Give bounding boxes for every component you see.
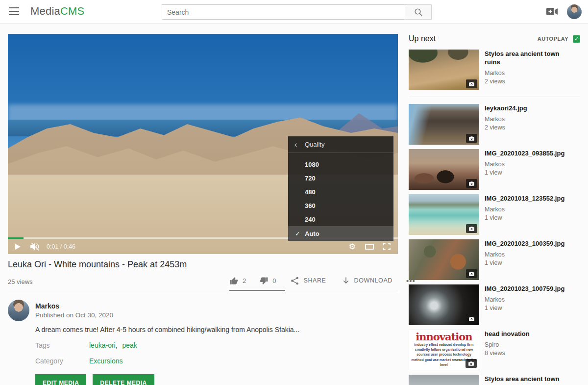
tags-row: Tagsleuka-ori, peak <box>35 341 137 349</box>
quality-option-label: 480 <box>305 188 316 196</box>
media-item-views: 2 views <box>485 78 575 85</box>
tag-link-2[interactable]: peak <box>122 341 137 349</box>
media-thumbnail[interactable] <box>409 375 479 385</box>
autoplay-checkbox[interactable]: ✓ <box>573 35 580 43</box>
media-info: Stylos area ancient town ruins Markos <box>479 375 575 385</box>
actions-bar: 2 0 SHARE DOWNLOAD ••• <box>229 274 398 287</box>
media-thumbnail[interactable] <box>409 149 479 190</box>
media-info: IMG_20201023_100759.jpg Markos 1 view <box>479 284 564 325</box>
autoplay-control: AUTOPLAY ✓ <box>538 35 580 43</box>
category-row: CategoryExcursions <box>35 357 122 365</box>
search-input[interactable] <box>162 4 405 20</box>
quality-menu-list: ✓ 1080 ✓ 720 ✓ 480 ✓ 360 ✓ 240 ✓ Auto <box>288 153 393 241</box>
quality-option[interactable]: ✓ Auto <box>288 226 393 241</box>
media-item-views: 8 views <box>485 350 530 357</box>
author-avatar[interactable] <box>8 300 29 321</box>
page: MediaCMS ‹ Quality ✓ 1080 <box>0 0 588 385</box>
quality-option[interactable]: ✓ 360 <box>288 199 393 212</box>
media-item-title: Stylos area ancient town ruins <box>485 375 575 385</box>
media-thumbnail[interactable] <box>409 50 479 90</box>
list-item[interactable]: IMG_20201018_123552.jpg Markos 1 view <box>409 194 580 235</box>
list-item[interactable]: IMG_20201023_100759.jpg Markos 1 view <box>409 284 580 325</box>
logo[interactable]: MediaCMS <box>30 5 84 18</box>
list-item[interactable]: innovation industry effect reduced devel… <box>409 330 580 370</box>
camera-badge-icon <box>466 269 477 278</box>
time-display: 0:01 / 0:46 <box>47 243 75 250</box>
share-label: SHARE <box>303 277 326 284</box>
quality-option[interactable]: ✓ 720 <box>288 171 393 185</box>
quality-option[interactable]: ✓ 1080 <box>288 157 393 171</box>
user-avatar[interactable] <box>567 4 582 19</box>
tag-separator: , <box>116 341 118 349</box>
media-item-author: Markos <box>485 161 564 168</box>
media-item-title: IMG_20201023_100359.jpg <box>485 240 564 248</box>
category-link[interactable]: Excursions <box>89 357 122 365</box>
search-bar <box>162 4 432 20</box>
media-description: A dream comes true! After 4-5 hours of c… <box>35 326 339 334</box>
quality-option[interactable]: ✓ 240 <box>288 212 393 226</box>
play-icon <box>15 244 21 250</box>
media-thumbnail[interactable] <box>409 239 479 280</box>
author-name[interactable]: Markos <box>35 302 59 310</box>
category-label: Category <box>35 357 89 365</box>
check-icon: ✓ <box>574 36 579 42</box>
logo-primary: Media <box>30 5 60 17</box>
media-info: leykaori24.jpg Markos 2 views <box>479 104 527 145</box>
media-thumbnail[interactable] <box>409 284 479 325</box>
media-item-title: IMG_20201023_100759.jpg <box>485 285 564 293</box>
search-button[interactable] <box>405 4 432 20</box>
logo-accent: CMS <box>60 5 85 17</box>
top-bar: MediaCMS <box>0 0 588 24</box>
menu-icon[interactable] <box>9 7 19 16</box>
like-button[interactable]: 2 <box>229 276 246 285</box>
settings-button[interactable]: ⚙ <box>349 243 356 251</box>
search-icon <box>414 8 423 17</box>
quality-option[interactable]: ✓ 480 <box>288 185 393 199</box>
media-info: IMG_20201018_123552.jpg Markos 1 view <box>479 194 564 235</box>
quality-option-label: 720 <box>305 175 316 182</box>
edit-media-button[interactable]: EDIT MEDIA <box>35 374 86 385</box>
video-controls: 0:01 / 0:46 ⚙ <box>8 239 398 254</box>
media-item-title: leykaori24.jpg <box>485 104 527 113</box>
media-item-title: Stylos area ancient town ruins <box>485 50 575 67</box>
thumb-up-icon <box>229 276 239 285</box>
video-player[interactable]: ‹ Quality ✓ 1080 ✓ 720 ✓ 480 ✓ 360 ✓ 240… <box>8 34 398 254</box>
media-thumbnail[interactable] <box>409 194 479 235</box>
list-item[interactable]: Stylos area ancient town ruins Markos 2 … <box>409 50 580 97</box>
share-button[interactable]: SHARE <box>291 277 326 285</box>
list-item[interactable]: Stylos area ancient town ruins Markos <box>409 375 580 385</box>
media-item-author: Markos <box>485 116 527 123</box>
like-count: 2 <box>243 277 246 284</box>
media-action-buttons: EDIT MEDIA DELETE MEDIA <box>35 374 154 385</box>
thumbnail-wordcloud-main: innovation <box>409 331 479 342</box>
media-item-author: Markos <box>485 70 575 77</box>
download-button[interactable]: DOWNLOAD <box>342 277 392 285</box>
dislike-count: 0 <box>272 277 276 284</box>
delete-media-button[interactable]: DELETE MEDIA <box>93 374 154 385</box>
list-item[interactable]: IMG_20201023_100359.jpg Markos 1 view <box>409 239 580 280</box>
camera-badge-icon <box>466 314 477 323</box>
media-thumbnail[interactable]: innovation industry effect reduced devel… <box>409 330 479 370</box>
upnext-list: Stylos area ancient town ruins Markos 2 … <box>409 50 580 385</box>
media-item-author: Spiro <box>485 341 530 348</box>
play-button[interactable] <box>15 244 21 250</box>
list-item[interactable]: IMG_20201023_093855.jpg Markos 1 view <box>409 149 580 190</box>
media-title: Leuka Ori - White mountains - Peak at 24… <box>8 259 187 270</box>
media-item-views: 1 view <box>485 169 564 176</box>
theater-mode-button[interactable] <box>365 244 374 250</box>
tag-link-1[interactable]: leuka-ori <box>89 341 116 349</box>
fullscreen-button[interactable] <box>383 243 391 250</box>
quality-option-label: 360 <box>305 202 316 209</box>
camera-badge-icon <box>466 179 477 188</box>
upload-media-icon[interactable] <box>546 8 558 17</box>
media-item-views: 2 views <box>485 124 527 131</box>
tags-label: Tags <box>35 341 89 349</box>
mute-button[interactable] <box>30 243 40 251</box>
quality-menu-back[interactable]: ‹ Quality <box>288 136 393 153</box>
media-item-title: head inovation <box>485 330 530 338</box>
dislike-button[interactable]: 0 <box>259 276 276 285</box>
quality-option-label: Auto <box>305 230 319 237</box>
gear-icon: ⚙ <box>349 243 356 251</box>
list-item[interactable]: leykaori24.jpg Markos 2 views <box>409 104 580 145</box>
media-thumbnail[interactable] <box>409 104 479 145</box>
